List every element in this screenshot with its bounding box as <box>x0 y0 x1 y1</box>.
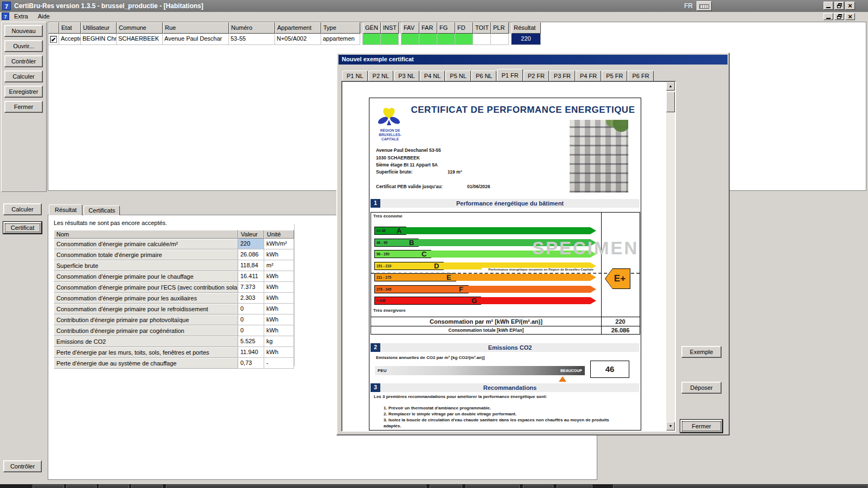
results-header-valeur[interactable]: Valeur <box>238 230 264 239</box>
results-row[interactable]: Contribution d'énergie primaire par cogé… <box>54 325 294 336</box>
scroll-up-icon[interactable]: ▲ <box>666 82 675 91</box>
minimize-button[interactable] <box>824 2 833 10</box>
controler-footer-button[interactable]: Contrôler <box>3 460 42 472</box>
grid-header-toit[interactable]: TOIT <box>473 22 491 34</box>
results-row[interactable]: Consommation d'énergie primaire calculée… <box>54 239 294 249</box>
fermer-button[interactable]: Fermer <box>4 101 43 113</box>
calculer-bottom-button[interactable]: Calculer <box>3 203 42 215</box>
grid-header-row: EtatUtilisateurCommuneRueNuméroApparteme… <box>48 22 541 34</box>
taskbar-button[interactable] <box>430 485 462 488</box>
tab-p2-fr[interactable]: P2 FR <box>524 70 549 81</box>
grid-header-resultat[interactable]: Résultat <box>512 22 541 34</box>
grid-header-fav[interactable]: FAV <box>401 22 419 34</box>
mdi-child-icon[interactable]: 7 <box>2 12 9 20</box>
grid-header-fg[interactable]: FG <box>437 22 455 34</box>
taskbar-button[interactable] <box>523 485 553 488</box>
energy-range-label: 211 - 275 <box>376 275 391 279</box>
grid-data-row[interactable]: ✔AcceptéBEGHIN ChrSCHAERBEEKAvenue Paul … <box>48 34 541 45</box>
mdi-minimize-button[interactable] <box>824 13 833 20</box>
deposer-button[interactable]: Déposer <box>681 382 722 394</box>
grid-header-rue[interactable]: Rue <box>163 22 229 34</box>
tab-p6-fr[interactable]: P6 FR <box>628 70 653 81</box>
grid-header-numero[interactable]: Numéro <box>229 22 275 34</box>
enregistrer-button[interactable]: Enregistrer <box>4 86 43 98</box>
mdi-close-button[interactable]: × <box>845 13 855 20</box>
gross-area-row: Superficie brute: 119 m² <box>376 169 462 175</box>
results-row[interactable]: Consommation d'énergie primaire pour les… <box>54 293 294 304</box>
tab-p5-fr[interactable]: P5 FR <box>602 70 627 81</box>
tab-certificats[interactable]: Certificats <box>84 206 120 215</box>
close-button[interactable]: × <box>845 2 855 10</box>
tab-resultat[interactable]: Résultat <box>49 204 82 215</box>
taskbar-button[interactable] <box>166 485 426 488</box>
certificat-bottom-button[interactable]: Certificat <box>3 222 42 234</box>
fermer-button[interactable]: Fermer <box>680 420 723 433</box>
grid-header-gen[interactable]: GÉN <box>363 22 381 34</box>
tab-p3-nl[interactable]: P3 NL <box>394 70 419 81</box>
grid-header-appartement[interactable]: Appartement <box>275 22 321 34</box>
grid-header-commune[interactable]: Commune <box>117 22 163 34</box>
tab-p6-nl[interactable]: P6 NL <box>471 70 497 81</box>
results-row[interactable]: Consommation d'énergie primaire pour l'E… <box>54 282 294 293</box>
nouveau-button[interactable]: Nouveau <box>4 25 43 37</box>
chart-divider <box>601 213 602 334</box>
results-row[interactable]: Consommation totale d'énergie primaire26… <box>54 249 294 260</box>
grid-header-far[interactable]: FAR <box>419 22 437 34</box>
scroll-down-icon[interactable]: ▼ <box>666 422 675 431</box>
results-row[interactable]: Perte d'énergie due au système de chauff… <box>54 358 294 369</box>
tab-p5-nl[interactable]: P5 NL <box>445 70 471 81</box>
menu-aide[interactable]: Aide <box>37 13 51 20</box>
dialog-scrollbar[interactable]: ▲ ▼ <box>666 82 675 431</box>
ouvrir-button[interactable]: Ouvrir... <box>4 40 43 52</box>
result-name-cell: Emissions de CO2 <box>54 336 238 347</box>
results-row[interactable]: Consommation d'énergie primaire pour le … <box>54 271 294 282</box>
tab-p1-nl[interactable]: P1 NL <box>342 70 368 81</box>
tab-p3-fr[interactable]: P3 FR <box>550 70 575 81</box>
taskbar-button[interactable] <box>66 485 97 488</box>
tab-p1-fr[interactable]: P1 FR <box>497 69 522 81</box>
grid-cell-fg <box>437 34 455 45</box>
grid-header-etat[interactable]: Etat <box>59 22 81 34</box>
restore-button[interactable] <box>834 2 844 10</box>
results-row[interactable]: Emissions de CO25.525kg <box>54 336 294 347</box>
grid-cell-select[interactable]: ✔ <box>48 34 59 45</box>
result-name-cell: Perte d'énergie due au système de chauff… <box>54 358 238 369</box>
grid-header-type[interactable]: Type <box>321 22 360 34</box>
keyboard-icon[interactable] <box>697 1 712 11</box>
address-block: Avenue Paul Deschanel 53-55 1030 SCHAERB… <box>376 147 441 169</box>
taskbar-button[interactable] <box>557 485 592 488</box>
taskbar-button[interactable] <box>33 485 64 488</box>
grid-header-fd[interactable]: FD <box>455 22 473 34</box>
scroll-thumb[interactable] <box>666 92 675 112</box>
results-row[interactable]: Superficie brute118,84m² <box>54 260 294 271</box>
results-row[interactable]: Consommation d'énergie primaire pour le … <box>54 304 294 314</box>
calculer-button[interactable]: Calculer <box>4 70 43 82</box>
tab-p4-fr[interactable]: P4 FR <box>576 70 601 81</box>
taskbar-button[interactable] <box>465 485 520 488</box>
results-header-unite[interactable]: Unité <box>264 230 294 239</box>
grid-header-utilisateur[interactable]: Utilisateur <box>81 22 117 34</box>
tab-p4-nl[interactable]: P4 NL <box>420 70 445 81</box>
energy-grade-letter: B <box>409 239 414 247</box>
brussels-region-logo-icon <box>376 102 402 127</box>
app-icon[interactable]: 7 <box>2 2 11 10</box>
tab-p2-nl[interactable]: P2 NL <box>368 70 394 81</box>
taskbar-button[interactable] <box>131 485 163 488</box>
taskbar-button[interactable] <box>613 485 868 488</box>
controler-button[interactable]: Contrôler <box>4 55 43 67</box>
results-row[interactable]: Contribution d'énergie primaire par phot… <box>54 314 294 325</box>
grid-header-plr[interactable]: PLR <box>491 22 509 34</box>
mdi-restore-button[interactable] <box>834 13 844 20</box>
certificate-preview-area: RÉGION DE BRUXELLES- CAPITALE CERTIFICAT… <box>341 81 676 432</box>
taskbar-button[interactable] <box>99 485 129 488</box>
results-row[interactable]: Perte d'énergie par les murs, toits, sol… <box>54 347 294 358</box>
menu-extra[interactable]: Extra <box>13 13 29 20</box>
exemple-button[interactable]: Exemple <box>681 346 722 358</box>
language-indicator[interactable]: FR <box>681 2 695 10</box>
grid-header-inst[interactable]: INST <box>381 22 399 34</box>
results-header-nom[interactable]: Nom <box>54 230 238 239</box>
section1-band: 1 Performance énergétique du bâtiment <box>371 199 640 208</box>
row-checkbox[interactable]: ✔ <box>50 36 57 43</box>
energy-bar-g: > 345G <box>374 297 597 305</box>
grid-header-select-col[interactable] <box>48 22 59 34</box>
